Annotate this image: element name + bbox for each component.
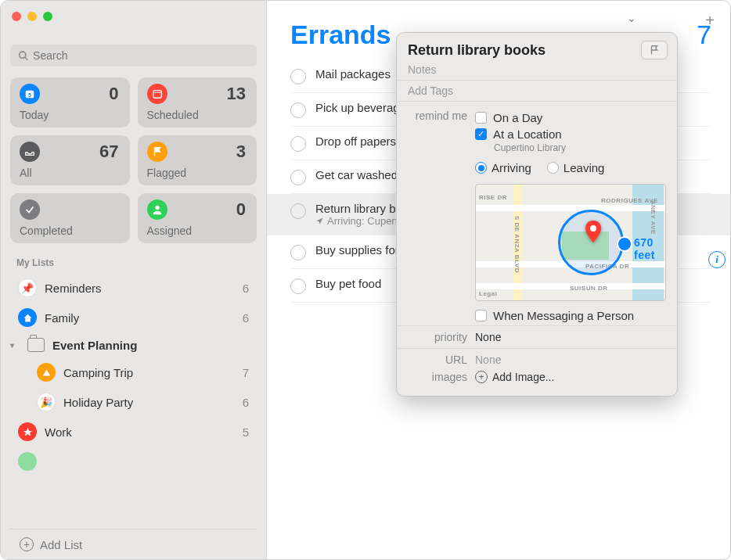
star-icon <box>18 422 37 441</box>
leaving-label: Leaving <box>564 161 605 174</box>
flag-toggle[interactable] <box>641 41 668 59</box>
smartlist-all[interactable]: 67 All <box>10 135 130 185</box>
person-icon <box>147 199 167 220</box>
toolbar-overflow-icon[interactable]: ⌄ <box>627 12 636 24</box>
priority-field[interactable]: priority None <box>397 325 677 348</box>
map-street-label: RISE DR <box>479 194 507 201</box>
complete-toggle[interactable] <box>290 278 306 294</box>
at-location-label: At a Location <box>493 127 562 141</box>
folder-icon <box>27 338 45 352</box>
pin-icon: 📌 <box>18 278 37 297</box>
images-label: images <box>408 371 475 383</box>
flag-icon <box>649 45 660 56</box>
list-reminders[interactable]: 📌 Reminders 6 <box>10 273 257 303</box>
notes-field[interactable]: Notes <box>397 63 677 80</box>
search-field[interactable] <box>10 45 257 66</box>
list-count: 6 <box>243 282 249 295</box>
priority-value: None <box>475 331 666 343</box>
leaving-radio[interactable]: Leaving <box>547 161 605 174</box>
smartlist-label: Today <box>20 109 121 121</box>
smartlist-assigned[interactable]: 0 Assigned <box>138 193 257 243</box>
on-day-checkbox[interactable]: On a Day <box>475 111 666 124</box>
on-day-label: On a Day <box>493 111 542 124</box>
smartlist-today[interactable]: 5 0 Today <box>10 77 130 127</box>
folder-event-planning[interactable]: ▾ Event Planning <box>10 332 257 357</box>
smartlist-count: 13 <box>227 84 246 104</box>
arriving-radio[interactable]: Arriving <box>475 161 531 174</box>
list-title: Errands <box>290 20 391 50</box>
add-list-button[interactable]: + Add List <box>10 529 257 559</box>
plus-icon: + <box>20 537 34 551</box>
checkmark-icon <box>20 199 40 220</box>
complete-toggle[interactable] <box>290 69 306 84</box>
location-arrow-icon <box>315 217 324 225</box>
minimize-button[interactable] <box>27 12 37 21</box>
calendar-icon <box>147 84 167 104</box>
url-field[interactable]: URL None <box>397 348 677 371</box>
complete-toggle[interactable] <box>290 170 306 185</box>
remind-me-label: remind me <box>408 108 475 325</box>
complete-toggle[interactable] <box>290 136 306 152</box>
add-image-label: Add Image... <box>492 371 554 383</box>
list-label: Work <box>45 425 72 439</box>
reminder-details-popover: Return library books Notes Add Tags remi… <box>396 32 678 397</box>
list-camping-trip[interactable]: Camping Trip 7 <box>10 357 257 387</box>
info-button[interactable]: i <box>708 251 726 268</box>
svg-point-6 <box>155 206 159 210</box>
reminder-title: Mail packages <box>315 67 391 81</box>
radius-distance: 670 feet <box>634 236 665 261</box>
tent-icon <box>37 363 56 382</box>
map-pin-icon <box>585 221 601 244</box>
radio-icon <box>547 162 559 174</box>
home-icon <box>18 308 37 327</box>
list-label: Camping Trip <box>63 366 133 379</box>
smartlist-label: Completed <box>20 224 121 237</box>
location-map[interactable]: RISE DR S DE ANZA BLVD RODRIGUES AVE PAC… <box>475 184 666 301</box>
window-controls <box>12 12 52 21</box>
smartlist-count: 67 <box>99 142 118 162</box>
search-input[interactable] <box>33 49 249 62</box>
flag-icon <box>147 142 167 162</box>
url-label: URL <box>408 354 475 366</box>
smartlist-completed[interactable]: Completed <box>10 193 130 243</box>
svg-line-1 <box>25 57 27 59</box>
complete-toggle[interactable] <box>290 245 306 260</box>
priority-label: priority <box>408 331 475 343</box>
list-family[interactable]: Family 6 <box>10 303 257 332</box>
checkbox-checked-icon: ✓ <box>475 128 487 140</box>
list-label: Family <box>45 311 79 325</box>
list-work[interactable]: Work 5 <box>10 417 257 447</box>
at-location-checkbox[interactable]: ✓At a Location <box>475 127 666 141</box>
complete-toggle[interactable] <box>290 102 306 118</box>
map-street-label: S DE ANZA BLVD <box>513 216 520 273</box>
url-value: None <box>475 354 666 366</box>
smartlist-count: 0 <box>236 199 246 220</box>
smartlist-label: Assigned <box>147 224 248 237</box>
when-messaging-checkbox[interactable]: When Messaging a Person <box>475 309 666 322</box>
tags-field[interactable]: Add Tags <box>397 80 677 101</box>
map-legal-link[interactable]: Legal <box>479 290 497 297</box>
list-truncated[interactable] <box>10 447 257 476</box>
images-field[interactable]: images +Add Image... <box>397 371 677 388</box>
add-reminder-button[interactable]: + <box>705 12 715 30</box>
maximize-button[interactable] <box>43 12 52 21</box>
complete-toggle[interactable] <box>290 203 306 219</box>
sidebar-section-header: My Lists <box>10 254 257 273</box>
list-holiday-party[interactable]: 🎉 Holiday Party 6 <box>10 387 257 417</box>
reminders-window: 5 0 Today 13 Scheduled 67 All 3 Flagged <box>0 0 731 560</box>
checkbox-icon <box>475 310 487 321</box>
popover-title[interactable]: Return library books <box>397 33 677 63</box>
close-button[interactable] <box>12 12 21 21</box>
radio-selected-icon <box>475 162 487 174</box>
smartlist-flagged[interactable]: 3 Flagged <box>138 135 257 185</box>
chevron-down-icon: ▾ <box>10 341 20 350</box>
sidebar: 5 0 Today 13 Scheduled 67 All 3 Flagged <box>1 1 267 559</box>
list-icon <box>18 452 37 471</box>
smartlist-label: Scheduled <box>147 109 248 121</box>
radius-handle[interactable] <box>618 238 631 250</box>
plus-circle-icon: + <box>475 371 488 383</box>
reminder-title: Drop off papers <box>315 135 396 148</box>
smartlist-scheduled[interactable]: 13 Scheduled <box>138 77 257 127</box>
folder-label: Event Planning <box>52 339 137 352</box>
svg-point-7 <box>590 225 596 232</box>
